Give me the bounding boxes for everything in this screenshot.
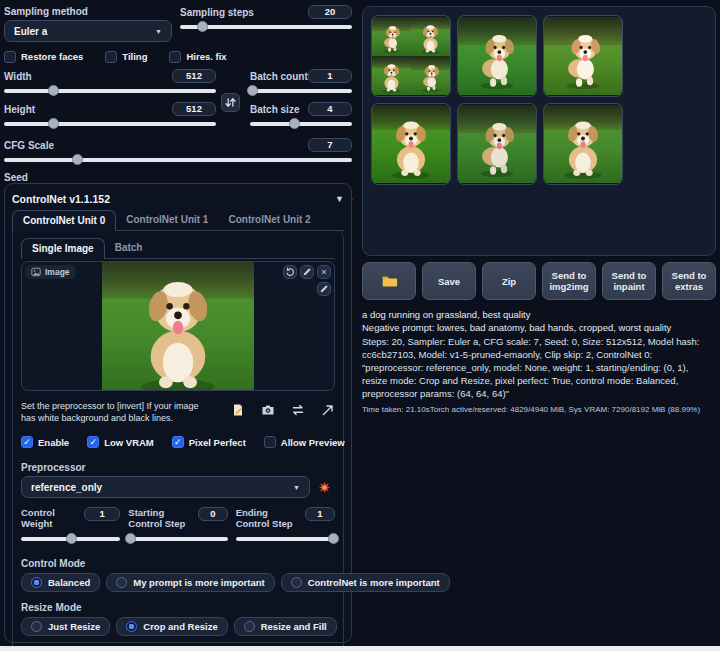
resize-mode-crop-radio[interactable]: Crop and Resize [116,617,227,636]
output-panel: Save Zip Send to img2img Send to inpaint… [362,6,716,414]
slider-thumb[interactable] [72,154,83,165]
generation-settings-panel: Sampling method Euler a ▼ Sampling steps… [4,5,352,206]
gallery-thumbnail[interactable] [371,103,451,185]
gallery-thumbnail[interactable] [457,103,537,185]
chevron-down-icon: ▼ [293,484,300,491]
controlnet-accordion-header[interactable]: ControlNet v1.1.152 ▼ [12,191,344,207]
gallery-thumbnail[interactable] [457,15,537,97]
ending-step-input[interactable]: 1 [305,507,335,521]
sketch-tool-button[interactable] [317,282,331,296]
slider-thumb[interactable] [66,533,77,544]
width-label: Width [4,70,32,83]
slider-thumb[interactable] [197,21,208,32]
checkbox-box: ✓ [21,436,33,448]
tab-batch[interactable]: Batch [105,238,153,258]
new-canvas-icon[interactable] [231,403,245,417]
ending-step-label: Ending Control Step [236,507,301,529]
slider-thumb[interactable] [247,85,258,96]
resize-mode-just-resize-radio[interactable]: Just Resize [21,617,110,636]
control-mode-balanced-radio[interactable]: Balanced [21,573,100,592]
image-component-label: Image [25,265,76,279]
width-input[interactable]: 512 [172,69,216,83]
slider-track [250,89,352,93]
cfg-scale-input[interactable]: 7 [308,138,352,152]
clear-image-button[interactable]: × [317,265,331,279]
zip-button[interactable]: Zip [482,262,536,300]
height-input[interactable]: 512 [172,102,216,116]
enable-label: Enable [38,437,69,448]
cfg-scale-slider[interactable] [4,154,352,166]
allow-preview-checkbox[interactable]: Allow Preview [264,436,345,448]
sampling-method-select[interactable]: Euler a ▼ [4,20,172,42]
invert-hint-text: Set the preprocessor to [invert] If your… [21,400,215,424]
hires-fix-checkbox[interactable]: Hires. fix [169,50,226,63]
radio-dot [244,621,255,632]
gallery-thumbnail[interactable] [543,15,623,97]
control-weight-input[interactable]: 1 [84,507,121,521]
sampling-method-value: Euler a [14,26,47,37]
ending-step-slider[interactable] [236,533,335,545]
control-weight-slider[interactable] [21,533,120,545]
send-to-extras-button[interactable]: Send to extras [662,262,716,300]
just-resize-label: Just Resize [48,621,100,632]
slider-thumb[interactable] [48,85,59,96]
gallery-thumbnail[interactable] [543,103,623,185]
width-slider[interactable] [4,85,216,97]
low-vram-checkbox[interactable]: ✓ Low VRAM [87,436,154,448]
starting-step-slider[interactable] [128,533,227,545]
webcam-icon[interactable] [261,403,275,417]
starting-step-input[interactable]: 0 [198,507,228,521]
batch-count-slider[interactable] [250,85,352,97]
hires-fix-label: Hires. fix [186,51,226,62]
slider-thumb[interactable] [48,118,59,129]
mirror-webcam-icon[interactable] [291,403,305,417]
prompt-important-label: My prompt is more important [133,577,264,588]
send-to-inpaint-button[interactable]: Send to inpaint [602,262,656,300]
slider-thumb[interactable] [289,118,300,129]
resize-and-fill-label: Resize and Fill [261,621,327,632]
tab-controlnet-unit-2[interactable]: ControlNet Unit 2 [218,210,320,230]
batch-count-input[interactable]: 1 [308,69,352,83]
restore-faces-checkbox[interactable]: Restore faces [4,50,83,63]
stable-diffusion-webui: Sampling method Euler a ▼ Sampling steps… [0,0,720,651]
page-bottom-strip [0,646,720,651]
send-to-img2img-button[interactable]: Send to img2img [542,262,596,300]
open-folder-button[interactable] [362,262,416,300]
vram-usage-text: Torch active/reserved: 4829/4940 MiB, Sy… [430,405,700,414]
batch-size-slider[interactable] [250,118,352,130]
close-icon: × [321,267,326,277]
swap-width-height-button[interactable] [221,93,240,112]
edit-image-button[interactable] [300,265,314,279]
slider-track [236,537,335,541]
tab-single-image[interactable]: Single Image [21,238,105,259]
preprocessor-select[interactable]: reference_only ▼ [21,476,310,498]
height-slider[interactable] [4,118,216,130]
resize-mode-fill-radio[interactable]: Resize and Fill [234,617,337,636]
control-mode-prompt-radio[interactable]: My prompt is more important [106,573,274,592]
sampling-steps-slider[interactable] [180,21,352,33]
run-preprocessor-icon[interactable] [318,481,331,494]
pencil-icon [302,267,312,277]
checkbox-box [4,51,16,63]
result-gallery [362,6,716,256]
slider-thumb[interactable] [125,533,136,544]
send-dimensions-icon[interactable] [321,403,335,417]
tiling-checkbox[interactable]: Tiling [105,50,147,63]
tab-controlnet-unit-1[interactable]: ControlNet Unit 1 [116,210,218,230]
batch-size-input[interactable]: 4 [308,102,352,116]
slider-thumb[interactable] [328,533,339,544]
control-mode-controlnet-radio[interactable]: ControlNet is more important [281,573,450,592]
cfg-scale-label: CFG Scale [4,139,54,152]
gallery-thumbnail-grid[interactable] [371,15,451,97]
sampling-method-label: Sampling method [4,5,172,18]
tab-controlnet-unit-0[interactable]: ControlNet Unit 0 [12,210,116,231]
save-button[interactable]: Save [422,262,476,300]
crop-and-resize-label: Crop and Resize [143,621,217,632]
undo-image-button[interactable] [283,265,297,279]
controlnet-image-dropzone[interactable]: Image × [21,261,335,391]
negative-prompt-text: Negative prompt: lowres, bad anatomy, ba… [362,321,716,334]
enable-checkbox[interactable]: ✓ Enable [21,436,69,448]
batch-size-label: Batch size [250,103,299,116]
pixel-perfect-checkbox[interactable]: ✓ Pixel Perfect [172,436,246,448]
sampling-steps-input[interactable]: 20 [308,5,352,19]
